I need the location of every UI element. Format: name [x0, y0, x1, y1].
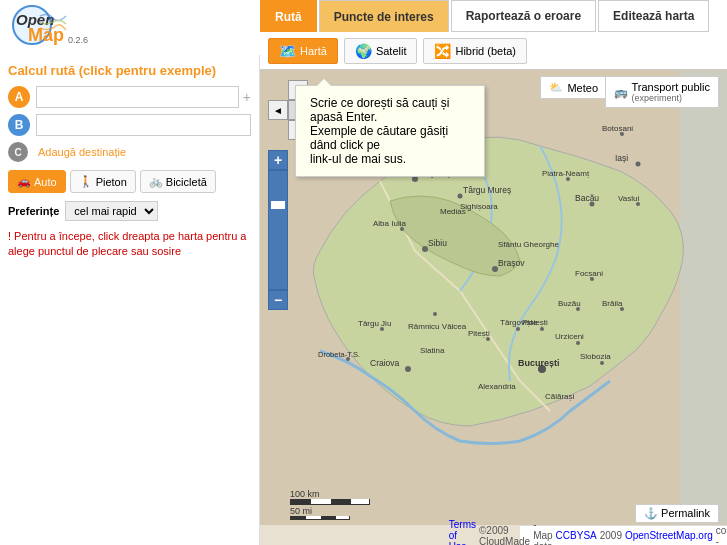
meteo-icon: ⛅ [549, 81, 563, 94]
scale-line-100km [290, 499, 370, 505]
svg-text:Călărași: Călărași [545, 392, 575, 401]
scale-label-50mi: 50 mi [290, 506, 370, 516]
svg-point-19 [600, 361, 604, 365]
svg-text:Pitești: Pitești [468, 329, 490, 338]
svg-text:Brașov: Brașov [498, 258, 525, 268]
satelit-label: Satelit [376, 45, 407, 57]
footer-sep2: 2009 [600, 530, 622, 541]
transport-bicicleta-btn[interactable]: 🚲 Bicicletă [140, 170, 216, 193]
svg-text:Sighișoara: Sighișoara [460, 202, 498, 211]
zoom-handle[interactable] [271, 201, 285, 209]
svg-point-6 [458, 194, 463, 199]
transport-pieton-btn[interactable]: 🚶 Pieton [70, 170, 136, 193]
transport-label: Transport public [632, 81, 710, 93]
hibrid-icon: 🔀 [434, 43, 451, 59]
svg-point-25 [636, 162, 641, 167]
map-toolbar: 🗺️ Hartă 🌍 Satelit 🔀 Hibrid (beta) [260, 32, 727, 70]
transport-badge[interactable]: 🚌 Transport public (experiment) [605, 76, 719, 108]
svg-text:Sfântu Gheorghe: Sfântu Gheorghe [498, 240, 559, 249]
svg-text:Focșani: Focșani [575, 269, 603, 278]
preferences-label: Preferințe [8, 205, 59, 217]
waypoint-b-input[interactable] [36, 114, 251, 136]
svg-text:Piatra-Neamț: Piatra-Neamț [542, 169, 590, 178]
scale-label-100km: 100 km [290, 489, 370, 499]
logo-version: 0.2.6 [68, 35, 88, 45]
add-destination[interactable]: C Adaugă destinație [8, 142, 251, 162]
tab-editeaza[interactable]: Editează harta [598, 0, 709, 32]
tab-ruta[interactable]: Rută [260, 0, 317, 32]
tooltip-line1: Scrie ce dorești să cauți și apasă Enter… [310, 96, 470, 124]
svg-text:Urziceni: Urziceni [555, 332, 584, 341]
tab-puncte[interactable]: Puncte de interes [319, 0, 449, 32]
svg-text:Craiova: Craiova [370, 358, 400, 368]
search-tooltip: Scrie ce dorești să cauți și apasă Enter… [295, 85, 485, 177]
info-text: ! Pentru a începe, click dreapta pe hart… [8, 229, 251, 260]
bicicleta-icon: 🚲 [149, 175, 163, 188]
waypoint-a-add-icon[interactable]: + [243, 89, 251, 105]
transport-sublabel: (experiment) [632, 93, 710, 103]
tooltip-line3: link-ul de mai sus. [310, 152, 470, 166]
nav-tabs: Rută Puncte de interes Raportează o eroa… [260, 0, 727, 32]
footer-sep1: - Map data [533, 519, 552, 545]
svg-point-13 [540, 327, 544, 331]
hibrid-btn[interactable]: 🔀 Hibrid (beta) [423, 38, 527, 64]
svg-text:Sibiu: Sibiu [428, 238, 447, 248]
footer-ccbysa-link[interactable]: CCBYSA [556, 530, 597, 541]
footer-osm-link[interactable]: OpenStreetMap.org [625, 530, 713, 541]
svg-text:Iași: Iași [615, 153, 628, 163]
meteo-badge[interactable]: ⛅ Meteo [540, 76, 607, 99]
tooltip-line2: Exemple de căutare găsiți dând click pe [310, 124, 470, 152]
bicicleta-label: Bicicletă [166, 176, 207, 188]
tab-raporteaza[interactable]: Raportează o eroare [451, 0, 596, 32]
waypoint-c-label: C [8, 142, 28, 162]
transport-mode-buttons: 🚗 Auto 🚶 Pieton 🚲 Bicicletă [8, 170, 251, 193]
nav-left-btn[interactable]: ◄ [268, 100, 288, 120]
svg-text:Râmnicu Vâlcea: Râmnicu Vâlcea [408, 322, 467, 331]
svg-text:Drobeta-T.S.: Drobeta-T.S. [318, 350, 360, 359]
svg-text:Ploiești: Ploiești [522, 318, 548, 327]
svg-text:Vaslui: Vaslui [618, 194, 639, 203]
waypoint-a-label: A [8, 86, 30, 108]
waypoint-b-label: B [8, 114, 30, 136]
hibrid-label: Hibrid (beta) [455, 45, 516, 57]
footer-contributors: contributors - [716, 525, 727, 546]
waypoint-a-input[interactable] [36, 86, 239, 108]
svg-text:Alba Iulia: Alba Iulia [373, 219, 406, 228]
pieton-icon: 🚶 [79, 175, 93, 188]
footer: Terms of Use ©2009 CloudMade - Map data … [520, 525, 727, 545]
zoom-slider[interactable] [268, 170, 288, 290]
transport-auto-btn[interactable]: 🚗 Auto [8, 170, 66, 193]
left-panel: Calcul rută (click pentru exemple) A + B… [0, 55, 260, 545]
svg-text:Botoșani: Botoșani [602, 124, 633, 133]
scale-line-50mi [290, 516, 350, 520]
svg-text:Alexandria: Alexandria [478, 382, 516, 391]
harta-btn[interactable]: 🗺️ Hartă [268, 38, 338, 64]
preferences-row: Preferințe cel mai rapid cel mai scurt c… [8, 201, 251, 221]
svg-point-12 [516, 327, 520, 331]
svg-text:Bacău: Bacău [575, 193, 599, 203]
auto-icon: 🚗 [17, 175, 31, 188]
svg-text:Târgu Mureș: Târgu Mureș [463, 185, 511, 195]
waypoint-b-row: B [8, 114, 251, 136]
transport-icon: 🚌 [614, 86, 628, 99]
preferences-select[interactable]: cel mai rapid cel mai scurt cel mai ușor [65, 201, 158, 221]
zoom-controls: + − [268, 150, 288, 310]
scale-bar: 100 km 50 mi [290, 489, 370, 520]
meteo-label: Meteo [567, 82, 598, 94]
auto-label: Auto [34, 176, 57, 188]
add-destination-label: Adaugă destinație [38, 146, 126, 158]
svg-text:Slobozia: Slobozia [580, 352, 611, 361]
footer-terms-link[interactable]: Terms of Use [449, 519, 476, 545]
svg-text:Târgu Jiu: Târgu Jiu [358, 319, 391, 328]
svg-text:București: București [518, 358, 560, 368]
svg-text:Brăila: Brăila [602, 299, 623, 308]
zoom-in-btn[interactable]: + [268, 150, 288, 170]
harta-icon: 🗺️ [279, 43, 296, 59]
logo-area: Open Map 0.2.6 [0, 0, 260, 55]
satelit-btn[interactable]: 🌍 Satelit [344, 38, 418, 64]
svg-point-15 [405, 366, 411, 372]
footer-cloudmade: ©2009 CloudMade [479, 525, 530, 546]
map-area[interactable]: 🗺️ Hartă 🌍 Satelit 🔀 Hibrid (beta) ⛅ Met… [260, 0, 727, 545]
permalink-btn[interactable]: ⚓ Permalink [635, 504, 719, 523]
zoom-out-btn[interactable]: − [268, 290, 288, 310]
